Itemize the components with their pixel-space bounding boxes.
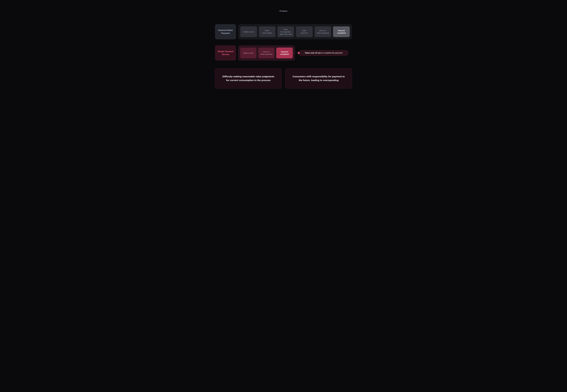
callout-bold: Takes only 15 sec	[305, 52, 321, 54]
general-step-3: Enter the expiration date of the card	[277, 27, 294, 37]
callout-rest: to complete the payment	[322, 52, 342, 54]
row-label-general: General Online Payment	[215, 24, 236, 39]
problem-diagram: Problem General Online Payment Select a …	[209, 0, 358, 103]
steps-container-general: Select a card Enter card number Enter th…	[238, 24, 352, 39]
problem-card-1: Difficulty making reasonable value judgm…	[215, 68, 282, 88]
simple-step-1: Select a card	[240, 48, 256, 58]
problem-cards: Difficulty making reasonable value judgm…	[215, 68, 352, 88]
row-label-simple: Simple Payment Service	[215, 45, 236, 60]
simple-step-3: Payment completed	[276, 48, 293, 58]
general-step-5: Face ID / Enter password	[314, 27, 331, 37]
general-step-1: Select a card	[240, 27, 257, 37]
general-step-4: Enter card CVC	[296, 27, 313, 37]
section-title: Problem	[209, 10, 358, 12]
steps-container-simple: Select a card Face ID / Enter password P…	[238, 45, 295, 60]
general-step-2: Enter card number	[259, 27, 276, 37]
general-step-6: Payment completed	[333, 27, 350, 37]
simple-step-2: Face ID / Enter password	[258, 48, 274, 58]
callout-pill: Takes only 15 sec to complete the paymen…	[299, 50, 348, 56]
problem-card-2: Consumers shift responsibility for payme…	[285, 68, 352, 88]
